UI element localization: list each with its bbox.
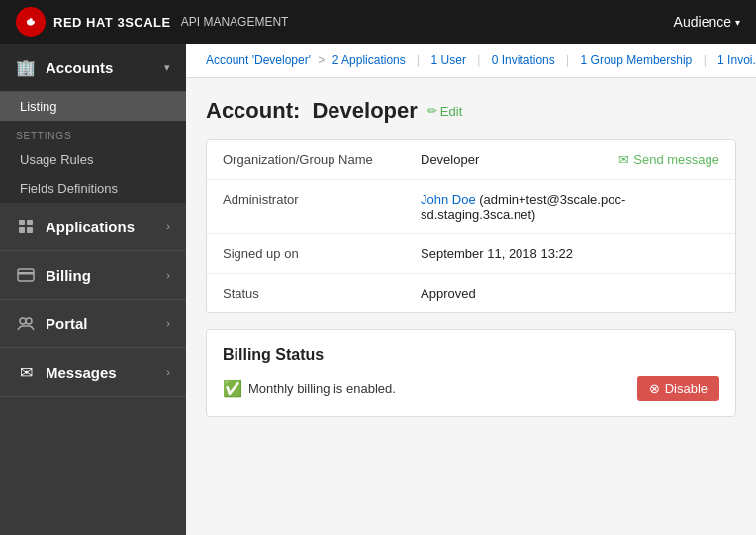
info-row-status: Status Approved [207,274,735,312]
breadcrumb: Account 'Developer' > 2 Applications | 1… [186,44,756,78]
info-row-admin: Administrator John Doe (admin+test@3scal… [207,180,735,234]
admin-link[interactable]: John Doe [421,192,476,207]
logo-text: RED HAT 3SCALE [53,15,171,30]
svg-rect-1 [19,220,25,225]
breadcrumb-pipe-2: | [477,53,480,67]
breadcrumb-account-link[interactable]: Account 'Developer' [206,53,311,67]
svg-rect-2 [27,220,33,225]
status-label: Status [223,286,421,301]
svg-point-7 [20,318,26,324]
breadcrumb-user-link[interactable]: 1 User [431,53,466,67]
breadcrumb-invitations-link[interactable]: 0 Invitations [492,53,555,67]
sidebar-sub-fields-definitions[interactable]: Fields Definitions [0,174,186,203]
redhat-logo-icon [16,7,46,37]
portal-chevron-icon: › [166,317,170,329]
breadcrumb-pipe-4: | [704,53,707,67]
audience-menu[interactable]: Audience ▾ [674,14,740,30]
audience-label: Audience [674,14,731,30]
page-body: Account: Developer ✏ Edit Organization/G… [186,78,756,437]
pencil-icon: ✏ [427,104,437,118]
signup-value: September 11, 2018 13:22 [421,246,719,261]
svg-rect-6 [18,272,34,275]
messages-icon: ✉ [16,362,36,382]
sidebar-item-portal[interactable]: Portal › [0,300,186,348]
sidebar-label-applications: Applications [46,219,166,235]
main-content: Account 'Developer' > 2 Applications | 1… [186,44,756,535]
main-layout: 🏢 Accounts ▾ Listing Settings Usage Rule… [0,44,756,535]
account-info-card: Organization/Group Name Developer ✉ Send… [206,139,736,313]
disable-icon: ⊗ [649,381,660,396]
sidebar-accounts-submenu: Listing Settings Usage Rules Fields Defi… [0,92,186,203]
sidebar-label-billing: Billing [46,267,166,284]
billing-chevron-icon: › [166,269,170,281]
info-row-org: Organization/Group Name Developer ✉ Send… [207,140,735,180]
top-navbar: RED HAT 3SCALE API MANAGEMENT Audience ▾ [0,0,756,44]
applications-chevron-icon: › [166,221,170,232]
signup-label: Signed up on [223,246,421,261]
portal-icon [16,313,36,333]
sidebar: 🏢 Accounts ▾ Listing Settings Usage Rule… [0,44,186,535]
admin-value: John Doe (admin+test@3scale.poc-sd.stagi… [421,192,719,222]
billing-icon [16,265,36,285]
billing-enabled-status: ✅ Monthly billing is enabled. [223,379,396,398]
billing-card: Billing Status ✅ Monthly billing is enab… [206,329,736,417]
info-row-signup: Signed up on September 11, 2018 13:22 [207,234,735,274]
sidebar-item-accounts[interactable]: 🏢 Accounts ▾ [0,44,186,92]
svg-rect-5 [18,269,34,281]
breadcrumb-pipe-1: | [417,53,420,67]
sidebar-label-messages: Messages [46,364,166,381]
sidebar-item-billing[interactable]: Billing › [0,251,186,300]
org-label: Organization/Group Name [223,152,421,167]
svg-rect-3 [19,227,25,233]
accounts-icon: 🏢 [16,57,36,77]
breadcrumb-arrow: > [318,53,325,67]
svg-rect-4 [27,227,33,233]
breadcrumb-invoice-link[interactable]: 1 Invoi... [717,53,756,67]
status-value: Approved [421,286,719,301]
accounts-chevron-icon: ▾ [164,61,170,74]
sidebar-label-accounts: Accounts [46,59,164,76]
applications-icon [16,217,36,236]
sidebar-label-portal: Portal [46,315,166,332]
messages-chevron-icon: › [166,366,170,378]
chevron-down-icon: ▾ [735,17,740,28]
org-value: Developer [421,152,618,167]
sidebar-sub-usage-rules[interactable]: Usage Rules [0,145,186,174]
page-title-row: Account: Developer ✏ Edit [206,98,736,124]
breadcrumb-pipe-3: | [566,53,569,67]
billing-title: Billing Status [223,346,719,364]
green-check-icon: ✅ [223,379,242,398]
svg-point-8 [26,318,32,324]
billing-status-row: ✅ Monthly billing is enabled. ⊗ Disable [223,376,719,401]
breadcrumb-group-link[interactable]: 1 Group Membership [581,53,693,67]
sidebar-item-applications[interactable]: Applications › [0,203,186,251]
send-message-link[interactable]: ✉ Send message [618,152,719,167]
edit-link[interactable]: ✏ Edit [427,104,462,119]
admin-label: Administrator [223,192,421,207]
breadcrumb-applications-link[interactable]: 2 Applications [332,53,406,67]
sidebar-sub-listing[interactable]: Listing [0,92,186,121]
envelope-icon: ✉ [618,152,629,167]
logo-area: RED HAT 3SCALE API MANAGEMENT [16,7,288,37]
page-title: Account: Developer [206,98,418,124]
disable-button[interactable]: ⊗ Disable [637,376,719,401]
logo-sub: API MANAGEMENT [181,15,289,29]
sidebar-settings-label: Settings [0,121,186,145]
billing-enabled-text: Monthly billing is enabled. [248,381,396,396]
sidebar-item-messages[interactable]: ✉ Messages › [0,348,186,397]
